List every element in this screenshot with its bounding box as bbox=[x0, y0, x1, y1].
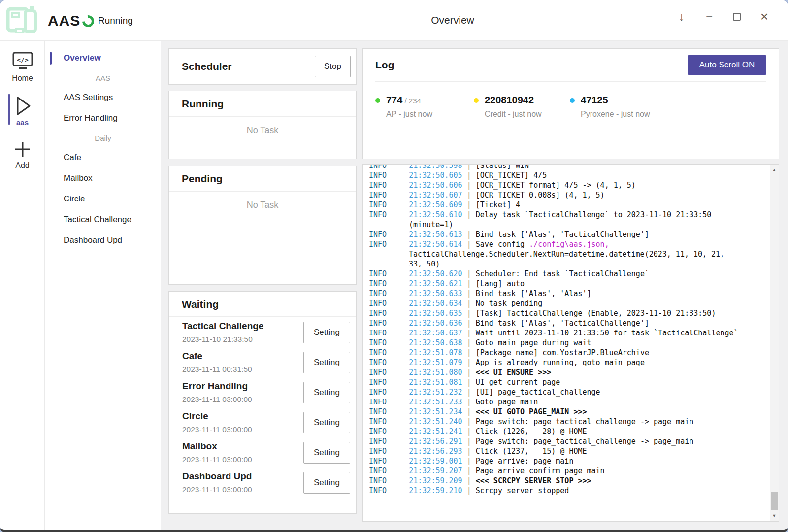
log-level: INFO bbox=[369, 329, 387, 337]
setting-button-cafe[interactable]: Setting bbox=[303, 352, 350, 373]
download-icon[interactable]: ↓ bbox=[672, 7, 691, 26]
log-separator: | bbox=[467, 165, 471, 170]
menu-item-tactical-challenge[interactable]: Tactical Challenge bbox=[45, 209, 161, 230]
rail-item-aas[interactable]: aas bbox=[0, 93, 44, 130]
home-code-monitor-icon: </> bbox=[11, 51, 34, 72]
log-separator: | bbox=[467, 358, 471, 367]
log-level: INFO bbox=[369, 319, 387, 328]
log-level: INFO bbox=[369, 191, 387, 200]
log-separator: | bbox=[467, 181, 471, 190]
menu-item-mailbox[interactable]: Mailbox bbox=[45, 168, 161, 189]
waiting-card: Waiting Tactical Challenge2023-11-10 21:… bbox=[168, 291, 357, 514]
log-timestamp: 21:32:50.620 bbox=[409, 269, 462, 278]
setting-button-error-handling[interactable]: Setting bbox=[303, 382, 350, 403]
minimize-icon[interactable]: − bbox=[700, 7, 719, 26]
log-line: INFO 21:32:50.613 | Bind task ['Alas', '… bbox=[369, 230, 769, 239]
waiting-task-row: Mailbox2023-11-11 03:00:00Setting bbox=[169, 437, 356, 467]
rail-item-home[interactable]: </> Home bbox=[0, 48, 44, 86]
menu-item-aas-settings[interactable]: AAS Settings bbox=[45, 87, 161, 108]
log-message-segment: [Lang] auto bbox=[476, 279, 525, 288]
log-timestamp: 21:32:50.621 bbox=[409, 279, 462, 288]
waiting-task-row: Dashboard Upd2023-11-11 03:00:00Setting bbox=[169, 467, 356, 498]
log-timestamp: 21:32:51.240 bbox=[409, 417, 462, 426]
log-line-continuation: TacticalChallenge.Scheduler.NextRun=date… bbox=[369, 249, 769, 259]
ap-dot-icon bbox=[375, 98, 380, 103]
divider-line bbox=[115, 78, 156, 78]
log-line: INFO 21:32:51.081 | UI get current page bbox=[369, 377, 769, 387]
stat-text: 47125Pyroxene - just now bbox=[581, 95, 650, 119]
svg-text:</>: </> bbox=[17, 56, 29, 64]
rail-item-label: Add bbox=[15, 161, 29, 170]
log-separator: | bbox=[467, 230, 471, 239]
log-level: INFO bbox=[369, 269, 387, 278]
log-timestamp: 21:32:50.636 bbox=[409, 319, 462, 328]
menu-item-cafe[interactable]: Cafe bbox=[45, 147, 161, 168]
log-level: INFO bbox=[369, 171, 387, 180]
pending-empty-label: No Task bbox=[169, 200, 356, 210]
log-timestamp: 21:32:56.291 bbox=[409, 437, 462, 446]
log-separator: | bbox=[467, 299, 471, 308]
waiting-task-info: Mailbox2023-11-11 03:00:00 bbox=[182, 441, 303, 464]
log-line: INFO 21:32:50.638 | Goto main page durin… bbox=[369, 338, 769, 348]
menu-item-dashboard-upd[interactable]: Dashboard Upd bbox=[45, 230, 161, 251]
log-level: INFO bbox=[369, 230, 387, 239]
play-icon bbox=[12, 96, 33, 116]
scroll-up-icon[interactable]: ▲ bbox=[770, 166, 779, 174]
log-message-segment: Delay task `TacticalChallenge` to 2023-1… bbox=[476, 210, 712, 219]
running-empty-label: No Task bbox=[169, 125, 356, 135]
log-level: INFO bbox=[369, 200, 387, 209]
log-line: INFO 21:32:50.621 | [Lang] auto bbox=[369, 279, 769, 289]
log-message-segment: Bind task ['Alas', 'TacticalChallenge'] bbox=[476, 319, 649, 328]
log-level: INFO bbox=[369, 368, 387, 377]
log-console[interactable]: INFO 21:32:50.598 | [Status] WININFO 21:… bbox=[362, 164, 779, 522]
divider bbox=[375, 81, 766, 82]
log-separator: | bbox=[467, 437, 471, 446]
auto-scroll-button[interactable]: Auto Scroll ON bbox=[688, 55, 766, 75]
rail-item-add[interactable]: Add bbox=[0, 136, 44, 173]
log-timestamp: 21:32:59.001 bbox=[409, 457, 462, 466]
stop-button[interactable]: Stop bbox=[315, 56, 351, 77]
log-console-viewport: INFO 21:32:50.598 | [Status] WININFO 21:… bbox=[363, 165, 769, 521]
app-logo-icon bbox=[5, 4, 38, 35]
log-separator: | bbox=[467, 171, 471, 180]
setting-button-circle[interactable]: Setting bbox=[303, 412, 350, 433]
stat-value: 220810942 bbox=[485, 95, 542, 106]
log-message-segment: [Ticket] 4 bbox=[476, 200, 520, 209]
log-level: INFO bbox=[369, 279, 387, 288]
log-level: INFO bbox=[369, 358, 387, 367]
setting-button-mailbox[interactable]: Setting bbox=[303, 442, 350, 464]
setting-button-tactical-challenge[interactable]: Setting bbox=[303, 322, 350, 343]
scheduler-title: Scheduler bbox=[182, 61, 315, 72]
log-message-segment: Scrcpy server stopped bbox=[476, 486, 569, 495]
log-separator: | bbox=[467, 398, 471, 406]
log-timestamp: 21:32:51.078 bbox=[409, 348, 462, 357]
setting-button-dashboard-upd[interactable]: Setting bbox=[303, 472, 350, 494]
log-level: INFO bbox=[369, 398, 387, 406]
rail-item-label: aas bbox=[16, 118, 29, 127]
log-timestamp: 21:32:51.233 bbox=[409, 398, 462, 406]
log-line: INFO 21:32:50.636 | Bind task ['Alas', '… bbox=[369, 318, 769, 328]
menu-section-label: Daily bbox=[90, 134, 116, 142]
console-scrollbar[interactable]: ▲ ▼ bbox=[770, 165, 779, 521]
log-timestamp: 21:32:50.637 bbox=[409, 329, 462, 337]
log-title: Log bbox=[375, 59, 688, 71]
divider bbox=[169, 116, 356, 117]
log-timestamp: 21:32:50.606 bbox=[409, 181, 462, 190]
log-separator: | bbox=[467, 240, 471, 249]
maximize-icon[interactable] bbox=[727, 7, 746, 26]
scroll-down-icon[interactable]: ▼ bbox=[770, 511, 779, 520]
log-line: INFO 21:32:51.080 | <<< UI ENSURE >>> bbox=[369, 367, 769, 377]
close-icon[interactable]: × bbox=[755, 7, 774, 26]
pending-card: Pending No Task bbox=[168, 166, 357, 285]
scrollbar-thumb[interactable] bbox=[771, 492, 778, 510]
menu-item-circle[interactable]: Circle bbox=[45, 189, 161, 209]
menu-item-overview[interactable]: Overview bbox=[45, 48, 161, 68]
stat-text: 774 / 234AP - just now bbox=[386, 95, 432, 119]
menu-item-error-handling[interactable]: Error Handling bbox=[45, 108, 161, 129]
stat-value: 47125 bbox=[581, 95, 650, 106]
log-separator: | bbox=[467, 407, 471, 416]
log-line: INFO 21:32:59.001 | Page arrive: page_ma… bbox=[369, 456, 769, 466]
waiting-task-info: Error Handling2023-11-11 03:00:00 bbox=[182, 381, 303, 404]
log-separator: | bbox=[467, 269, 471, 278]
stat-text: 220810942Credit - just now bbox=[485, 95, 542, 119]
